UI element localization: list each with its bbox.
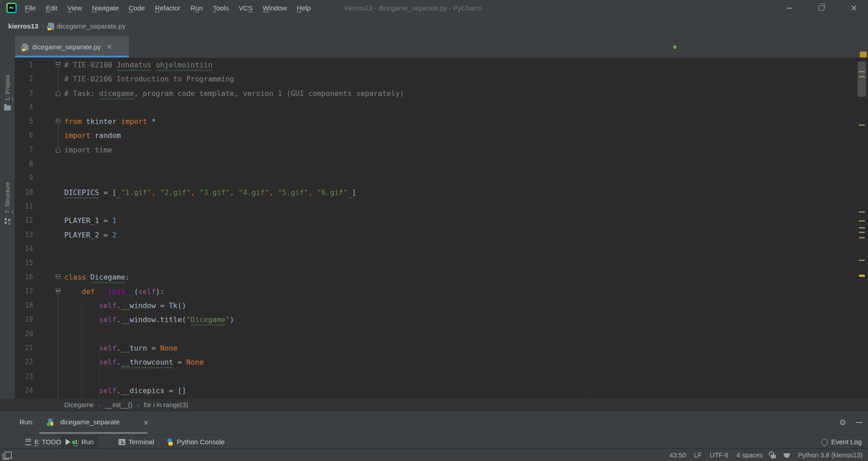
code-line-7[interactable]: 7import time [15,143,856,157]
code-text: # TIE-02106 Introduction to Programming [64,72,856,86]
unlock-icon[interactable] [771,455,776,458]
gutter [33,86,64,100]
error-stripe[interactable] [856,58,868,399]
tool-stripe-1-project[interactable]: 1: Project [0,75,15,110]
tool-stripe-label: 7: Structure [4,182,11,214]
fold-marker-icon[interactable] [56,62,61,68]
gear-icon[interactable] [837,417,848,428]
tool-window-button-label: Terminal [128,438,154,446]
line-number: 16 [15,270,33,284]
fold-marker-icon[interactable] [56,274,61,280]
code-editor[interactable]: 1# TIE-02100 Johdatus ohjelmointiin2# TI… [15,58,856,399]
fold-marker-icon[interactable] [56,119,61,124]
code-line-16[interactable]: 16class Dicegame: [15,270,856,284]
minimize-button[interactable] [779,0,800,16]
code-line-10[interactable]: 10DICEPICS = [ "1.gif", "2.gif", "3.gif"… [15,185,856,200]
tab-dicegame-separate[interactable]: dicegame_separate.py [15,36,129,57]
line-number: 18 [15,299,33,313]
code-line-5[interactable]: 5from tkinter import * [15,114,856,128]
run-tab-label[interactable]: dicegame_separate [60,418,120,426]
fold-region-line [58,69,58,91]
breadcrumb-file[interactable]: dicegame_separate.py [48,22,126,30]
inspection-status-indicator[interactable] [860,52,867,57]
gutter [33,341,64,355]
tool-window-switcher-icon[interactable] [5,451,12,459]
code-line-11[interactable]: 11 [15,200,856,214]
menu-window[interactable]: Window [258,0,292,16]
code-line-9[interactable]: 9 [15,171,856,185]
code-line-15[interactable]: 15 [15,256,856,270]
menu-view[interactable]: View [62,0,87,16]
warning-stripe-mark[interactable] [859,275,865,277]
code-line-20[interactable]: 20 [15,327,856,341]
warning-stripe-mark[interactable] [859,124,865,126]
warning-stripe-mark[interactable] [859,232,865,233]
menu-vcs[interactable]: VCS [234,0,258,16]
gutter [33,256,64,270]
chevron-right-icon [42,22,44,30]
gutter [33,157,64,171]
code-line-21[interactable]: 21 self.__turn = None [15,341,856,355]
python-interpreter[interactable]: Python 3.8 (kierros13) [798,451,863,459]
menu-edit[interactable]: Edit [41,0,62,16]
tool-stripe-7-structure[interactable]: 7: Structure [0,182,15,224]
code-line-24[interactable]: 24 self.__dicepics = [] [15,384,856,398]
warning-stripe-mark[interactable] [859,71,865,72]
code-line-19[interactable]: 19 self.__window.title("Dicegame") [15,313,856,327]
close-button[interactable] [844,0,864,16]
code-line-23[interactable]: 23 [15,370,856,384]
menu-file[interactable]: File [20,0,41,16]
breadcrumb-item[interactable]: Dicegame [64,401,94,409]
warning-stripe-mark[interactable] [859,220,865,222]
warning-stripe-mark[interactable] [859,260,865,261]
warning-stripe-mark[interactable] [859,227,865,228]
menu-help[interactable]: Help [292,0,316,16]
fold-marker-icon[interactable] [56,289,61,295]
tool-window-button-4-run[interactable]: 4: Run [61,435,98,448]
code-line-17[interactable]: 17 def __init__(self): [15,285,856,299]
menu-refactor[interactable]: Refactor [150,0,185,16]
fold-marker-icon[interactable] [56,147,61,153]
breadcrumb-item[interactable]: __init__() [105,401,132,409]
event-log-button[interactable]: Event Log [821,435,862,448]
code-line-6[interactable]: 6import random [15,128,856,143]
code-line-1[interactable]: 1# TIE-02100 Johdatus ohjelmointiin [15,58,856,72]
code-line-4[interactable]: 4 [15,100,856,114]
tool-window-button-6-todo[interactable]: 6: TODO [21,435,66,448]
caret-position[interactable]: 43:50 [669,451,686,459]
code-line-3[interactable]: 3# Task: dicegame, program code template… [15,86,856,100]
indent-setting[interactable]: 4 spaces [736,451,763,459]
run-tab-scroll-indicator[interactable] [39,432,148,434]
code-line-2[interactable]: 2# TIE-02106 Introduction to Programming [15,72,856,86]
scrollbar-thumb[interactable] [858,62,866,97]
code-line-14[interactable]: 14 [15,242,856,256]
warning-stripe-mark[interactable] [859,76,865,77]
code-line-22[interactable]: 22 self.__throwcount = None [15,355,856,369]
file-encoding[interactable]: UTF-8 [710,451,728,459]
code-text [64,157,856,171]
breadcrumb-project[interactable]: kierros13 [8,22,38,30]
fold-marker-icon[interactable] [56,90,61,96]
hector-inspector-icon[interactable] [784,452,790,458]
warning-stripe-mark[interactable] [859,211,865,213]
close-tab-icon[interactable] [107,45,111,49]
breadcrumb-item[interactable]: for i in range(3) [144,401,188,409]
line-number: 15 [15,256,33,270]
menu-code[interactable]: Code [124,0,150,16]
restore-button[interactable] [811,0,831,16]
run-panel-title: Run: [19,418,34,426]
code-line-8[interactable]: 8 [15,157,856,171]
code-line-13[interactable]: 13PLAYER_2 = 2 [15,228,856,242]
line-number: 4 [15,100,33,114]
tool-stripe-label: 1: Project [4,75,11,101]
tool-window-button-python-console[interactable]: Python Console [162,435,229,448]
line-separator[interactable]: LF [694,451,702,459]
code-line-18[interactable]: 18 self.__window = Tk() [15,299,856,313]
tool-window-button-terminal[interactable]: Terminal [114,435,159,448]
hide-panel-icon[interactable] [856,422,863,423]
menu-tools[interactable]: Tools [208,0,234,16]
menu-run[interactable]: Run [185,0,208,16]
code-line-12[interactable]: 12PLAYER_1 = 1 [15,214,856,228]
warning-stripe-mark[interactable] [859,237,865,238]
menu-navigate[interactable]: Navigate [87,0,123,16]
